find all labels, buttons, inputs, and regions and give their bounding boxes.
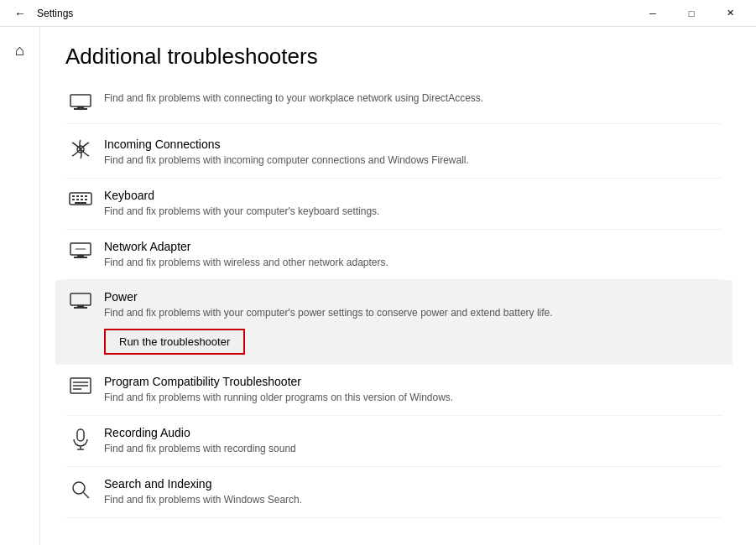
svg-rect-13 xyxy=(75,202,86,204)
close-button[interactable]: ✕ xyxy=(711,0,749,27)
home-icon[interactable]: ⌂ xyxy=(3,34,37,67)
svg-rect-12 xyxy=(85,199,87,200)
sidebar: ⌂ xyxy=(0,27,40,545)
search-indexing-desc: Find and fix problems with Windows Searc… xyxy=(104,493,722,507)
list-item: Find and fix problems with connecting to… xyxy=(65,86,722,124)
power-icon xyxy=(65,292,96,310)
svg-rect-15 xyxy=(77,255,84,257)
incoming-connections-desc: Find and fix problems with incoming comp… xyxy=(104,153,722,168)
svg-rect-16 xyxy=(74,257,87,258)
list-item: Keyboard Find and fix problems with your… xyxy=(65,179,722,230)
svg-rect-10 xyxy=(76,199,79,200)
recording-audio-title: Recording Audio xyxy=(104,426,722,439)
svg-rect-18 xyxy=(70,293,91,305)
keyboard-icon xyxy=(65,190,96,207)
network-adapter-title: Network Adapter xyxy=(104,240,722,253)
back-button[interactable]: ← xyxy=(7,0,34,27)
list-item: Program Compatibility Troubleshooter Fin… xyxy=(65,365,722,416)
search-indexing-content: Search and Indexing Find and fix problem… xyxy=(104,477,722,507)
svg-point-28 xyxy=(73,482,85,494)
minimize-button[interactable]: ─ xyxy=(633,0,672,27)
program-compat-icon xyxy=(65,376,96,395)
back-icon: ← xyxy=(14,7,26,20)
power-content: Power Find and fix problems with your co… xyxy=(104,290,722,355)
recording-audio-desc: Find and fix problems with recording sou… xyxy=(104,442,722,456)
svg-rect-7 xyxy=(81,195,83,197)
list-item: Power Find and fix problems with your co… xyxy=(55,280,733,365)
network-adapter-desc: Find and fix problems with wireless and … xyxy=(104,256,722,270)
network-direct-access-icon xyxy=(65,93,96,112)
list-item: Incoming Connections Find and fix proble… xyxy=(65,127,722,179)
incoming-connections-icon xyxy=(65,139,96,159)
recording-audio-content: Recording Audio Find and fix problems wi… xyxy=(104,426,722,456)
svg-rect-2 xyxy=(74,108,87,110)
keyboard-desc: Find and fix problems with your computer… xyxy=(104,205,722,219)
program-compat-title: Program Compatibility Troubleshooter xyxy=(104,375,722,388)
main-content: ⌂ Additional troubleshooters Find and fi… xyxy=(0,27,756,545)
svg-rect-11 xyxy=(81,199,83,200)
svg-rect-19 xyxy=(77,305,84,307)
page-title: Additional troubleshooters xyxy=(65,44,722,70)
keyboard-title: Keyboard xyxy=(104,189,722,202)
power-title: Power xyxy=(104,290,722,304)
network-adapter-icon xyxy=(65,241,96,260)
window-controls: ─ □ ✕ xyxy=(633,0,749,27)
svg-rect-9 xyxy=(72,199,75,200)
recording-audio-icon xyxy=(65,428,96,451)
svg-rect-6 xyxy=(76,195,79,197)
program-compat-content: Program Compatibility Troubleshooter Fin… xyxy=(104,375,722,405)
svg-rect-20 xyxy=(74,307,87,309)
svg-rect-25 xyxy=(77,429,84,441)
search-indexing-icon xyxy=(65,479,96,501)
list-item: Network Adapter Find and fix problems wi… xyxy=(65,230,722,281)
run-troubleshooter-button[interactable]: Run the troubleshooter xyxy=(104,329,245,355)
svg-rect-5 xyxy=(72,195,75,197)
network-direct-access-content: Find and fix problems with connecting to… xyxy=(104,91,722,106)
svg-rect-1 xyxy=(77,106,84,108)
svg-rect-8 xyxy=(85,195,87,197)
incoming-connections-title: Incoming Connections xyxy=(104,138,722,151)
network-direct-access-desc: Find and fix problems with connecting to… xyxy=(104,91,722,106)
keyboard-content: Keyboard Find and fix problems with your… xyxy=(104,189,722,219)
power-desc: Find and fix problems with your computer… xyxy=(104,306,722,320)
search-indexing-title: Search and Indexing xyxy=(104,477,722,490)
list-item: Search and Indexing Find and fix problem… xyxy=(65,467,722,518)
program-compat-desc: Find and fix problems with running older… xyxy=(104,391,722,405)
list-item: Recording Audio Find and fix problems wi… xyxy=(65,416,722,467)
svg-line-29 xyxy=(84,492,90,498)
maximize-button[interactable]: □ xyxy=(672,0,711,27)
incoming-connections-content: Incoming Connections Find and fix proble… xyxy=(104,138,722,168)
title-bar: ← Settings ─ □ ✕ xyxy=(0,0,756,27)
network-adapter-content: Network Adapter Find and fix problems wi… xyxy=(104,240,722,270)
page-area: Additional troubleshooters Find and fix … xyxy=(40,27,756,545)
svg-rect-0 xyxy=(70,95,91,106)
title-bar-title: Settings xyxy=(37,8,633,19)
